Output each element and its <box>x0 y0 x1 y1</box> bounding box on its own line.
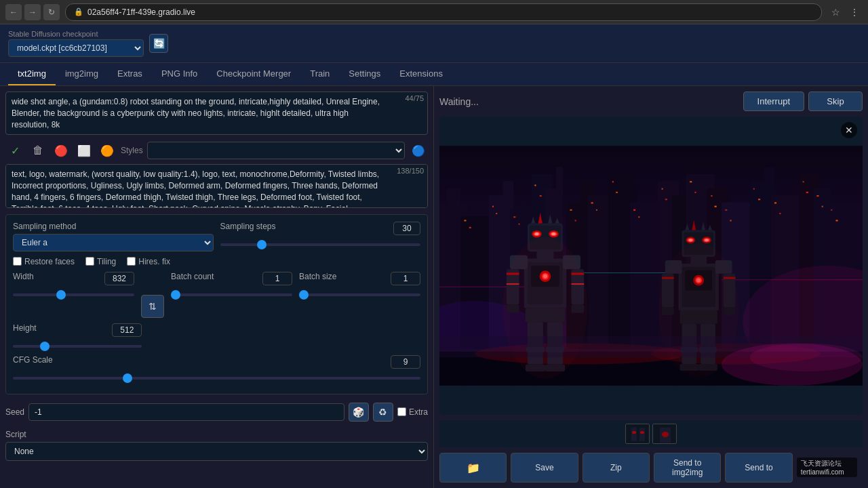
svg-rect-31 <box>513 216 515 218</box>
svg-rect-58 <box>822 206 823 207</box>
tab-png-info[interactable]: PNG Info <box>152 63 207 85</box>
tab-checkpoint-merger[interactable]: Checkpoint Merger <box>207 63 300 85</box>
refresh-model-button[interactable]: 🔄 <box>149 34 168 53</box>
tab-extras[interactable]: Extras <box>108 63 152 85</box>
model-select[interactable]: model.ckpt [cc6cb27103] <box>8 39 144 57</box>
batch-size-value[interactable]: 1 <box>391 272 420 285</box>
menu-button[interactable]: ⋮ <box>846 4 863 20</box>
back-button[interactable]: ← <box>5 4 22 20</box>
restore-faces-input[interactable] <box>13 257 22 266</box>
checkmark-button[interactable]: ✓ <box>5 141 24 160</box>
negative-prompt[interactable]: text, logo, watermark, (worst quality, l… <box>5 164 428 207</box>
svg-point-136 <box>705 239 709 241</box>
star-button[interactable]: ☆ <box>827 4 844 20</box>
tab-txt2img[interactable]: txt2img <box>8 63 56 85</box>
svg-rect-47 <box>711 195 712 197</box>
svg-point-148 <box>632 431 636 434</box>
restore-faces-checkbox[interactable]: Restore faces <box>13 257 75 266</box>
svg-rect-147 <box>639 428 645 441</box>
interrupt-button[interactable]: Interrupt <box>743 92 804 111</box>
swap-dimensions-button[interactable]: ⇅ <box>141 295 164 318</box>
width-slider[interactable] <box>13 293 134 296</box>
script-label: Script <box>5 430 428 439</box>
open-folder-button[interactable]: 📁 <box>439 453 507 483</box>
top-toolbar: Stable Diffusion checkpoint model.ckpt [… <box>0 24 868 63</box>
batch-count-section: Batch count 1 <box>171 272 292 298</box>
address-bar[interactable]: 🔒 02a56ff4-71ff-439e.gradio.live <box>65 3 822 21</box>
svg-rect-39 <box>612 181 614 182</box>
hires-fix-input[interactable] <box>127 257 136 266</box>
negative-prompt-section: 138/150 text, logo, watermark, (worst qu… <box>5 164 428 209</box>
output-image <box>439 117 863 415</box>
save-button[interactable]: Save <box>511 453 578 483</box>
svg-rect-59 <box>831 209 832 211</box>
seed-section: Seed -1 🎲 ♻ Extra <box>5 399 428 426</box>
white-square-button[interactable]: ⬜ <box>75 141 94 160</box>
height-value[interactable]: 512 <box>112 323 142 337</box>
width-value[interactable]: 832 <box>104 272 134 285</box>
refresh-button[interactable]: ↻ <box>43 4 60 20</box>
recycle-button[interactable]: ♻ <box>373 403 393 422</box>
skip-button[interactable]: Skip <box>808 92 863 111</box>
tab-settings[interactable]: Settings <box>339 63 390 85</box>
app-container: Stable Diffusion checkpoint model.ckpt [… <box>0 24 868 488</box>
extra-checkbox[interactable]: Extra <box>397 407 428 417</box>
sampling-steps-value[interactable]: 30 <box>393 222 420 235</box>
watermark-text: 飞天资源论坛 tertianwifi.com <box>797 458 857 477</box>
tab-extensions[interactable]: Extensions <box>390 63 452 85</box>
extra-input[interactable] <box>397 407 406 416</box>
svg-rect-53 <box>774 202 776 203</box>
thumbnail-1[interactable] <box>625 424 650 444</box>
batch-count-slider[interactable] <box>171 293 292 296</box>
sampling-steps-label: Sampling steps <box>220 222 276 235</box>
orange-circle-button[interactable]: 🟠 <box>98 141 117 160</box>
tab-train[interactable]: Train <box>300 63 339 85</box>
send-to-img2img-button[interactable]: Send toimg2img <box>654 453 721 483</box>
svg-rect-30 <box>496 213 497 214</box>
apply-styles-button[interactable]: 🔵 <box>409 141 428 160</box>
tiling-label: Tiling <box>97 257 116 266</box>
script-dropdown[interactable]: None <box>5 442 428 461</box>
trash-button[interactable]: 🗑 <box>28 141 47 160</box>
batch-size-slider[interactable] <box>299 293 420 296</box>
dice-button[interactable]: 🎲 <box>349 403 369 422</box>
sampling-steps-slider[interactable] <box>220 243 421 246</box>
svg-point-144 <box>750 343 863 371</box>
height-slider[interactable] <box>13 345 142 348</box>
interrupt-skip-buttons: Interrupt Skip <box>743 92 863 111</box>
lock-icon: 🔒 <box>74 7 83 16</box>
script-section: Script None <box>5 430 428 461</box>
svg-rect-5 <box>503 181 514 202</box>
seed-input[interactable]: -1 <box>28 403 344 421</box>
width-label: Width <box>13 272 34 285</box>
send-to-label: Send to <box>745 463 772 472</box>
close-image-button[interactable]: ✕ <box>841 122 857 138</box>
tiling-checkbox[interactable]: Tiling <box>85 257 116 266</box>
svg-rect-49 <box>725 209 727 211</box>
positive-prompt[interactable]: wide shot angle, a (gundam:0.8) robot st… <box>5 92 428 135</box>
cfg-value[interactable]: 9 <box>391 355 420 369</box>
save-label: Save <box>535 463 553 472</box>
sampling-method-dropdown[interactable]: Euler a <box>13 234 214 251</box>
styles-dropdown[interactable] <box>147 142 405 159</box>
svg-rect-40 <box>616 192 618 193</box>
zip-button[interactable]: Zip <box>583 453 650 483</box>
svg-rect-52 <box>758 199 760 200</box>
red-circle-button[interactable]: 🔴 <box>52 141 71 160</box>
thumbnail-2[interactable] <box>652 424 677 444</box>
cfg-section: CFG Scale 9 <box>13 355 420 382</box>
browser-chrome: ← → ↻ 🔒 02a56ff4-71ff-439e.gradio.live ☆… <box>0 0 868 24</box>
zip-label: Zip <box>610 463 622 472</box>
cfg-slider[interactable] <box>13 377 420 380</box>
output-header: Waiting... Interrupt Skip <box>439 92 863 111</box>
batch-count-value[interactable]: 1 <box>262 272 292 285</box>
left-panel: 44/75 wide shot angle, a (gundam:0.8) ro… <box>0 86 434 488</box>
send-to-button[interactable]: Send to <box>725 453 792 483</box>
hires-fix-checkbox[interactable]: Hires. fix <box>127 257 170 266</box>
restore-faces-label: Restore faces <box>24 257 75 266</box>
svg-rect-146 <box>631 428 637 441</box>
tab-img2img[interactable]: img2img <box>56 63 108 85</box>
thumbnail-strip <box>439 420 863 447</box>
forward-button[interactable]: → <box>24 4 41 20</box>
tiling-input[interactable] <box>85 257 94 266</box>
